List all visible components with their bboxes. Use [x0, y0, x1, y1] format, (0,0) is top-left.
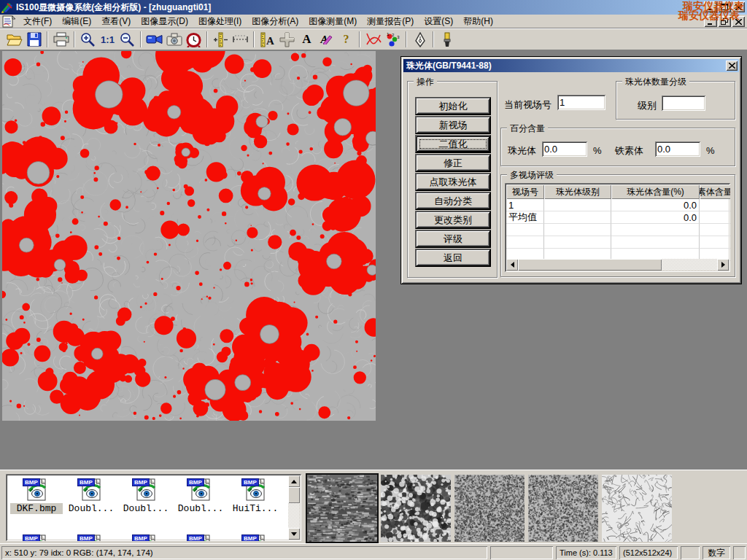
table-hscrollbar[interactable]	[506, 259, 729, 271]
bmp-file-icon: BMP	[133, 534, 158, 541]
menu-image-measure[interactable]: 图像测量(M)	[303, 14, 362, 29]
curve-tool-icon[interactable]	[363, 31, 383, 49]
file-name[interactable]: HuiTi...	[229, 503, 282, 514]
rate-button[interactable]: 评级	[415, 230, 491, 248]
actual-size-button[interactable]: 1:1	[98, 31, 117, 49]
dialog-close-icon[interactable]	[726, 61, 738, 71]
bmp-file-icon: BMP	[79, 478, 104, 502]
scroll-up-icon[interactable]	[288, 475, 300, 487]
caliper-measure-icon[interactable]	[211, 31, 231, 49]
bmp-badge: BMP	[77, 478, 95, 486]
minimize-icon[interactable]	[704, 1, 717, 12]
file-item[interactable]: BMPHuiTi...	[229, 478, 282, 514]
help-icon[interactable]: ?	[336, 31, 356, 49]
measure-text-icon[interactable]: A	[258, 31, 277, 49]
cell-field-no: 平均值	[506, 211, 544, 224]
bmp-file-icon: BMP	[243, 534, 268, 541]
thumbnail-5[interactable]	[602, 475, 672, 542]
current-field-input[interactable]	[557, 95, 605, 110]
save-icon[interactable]	[24, 31, 44, 49]
mdi-restore-icon[interactable]	[718, 16, 731, 27]
ferrite-input[interactable]	[655, 141, 700, 157]
ruler-line-icon[interactable]	[231, 31, 250, 49]
pearlite-input[interactable]	[542, 141, 587, 157]
scroll-thumb[interactable]	[518, 259, 662, 271]
file-item[interactable]: BMP	[65, 534, 117, 541]
video-camera-icon[interactable]	[144, 31, 164, 49]
menu-view[interactable]: 查看(V)	[96, 14, 136, 29]
file-item[interactable]: BMPDoubl...	[174, 478, 227, 514]
menu-image-display[interactable]: 图像显示(D)	[136, 14, 193, 29]
scroll-left-icon[interactable]	[506, 259, 518, 271]
auto-classify-button[interactable]: 自动分类	[415, 192, 491, 210]
change-class-button[interactable]: 更改类别	[415, 211, 491, 229]
status-empty-1	[490, 546, 553, 559]
menu-edit[interactable]: 编辑(E)	[57, 14, 96, 29]
zoom-in-icon[interactable]	[78, 31, 98, 49]
photo-camera-icon[interactable]	[164, 31, 184, 49]
table-row-empty	[506, 236, 729, 249]
micrograph-image[interactable]	[2, 51, 376, 421]
file-item[interactable]: BMP	[174, 534, 227, 541]
file-item[interactable]: BMPDKF.bmp	[10, 478, 63, 514]
level-input[interactable]	[662, 96, 705, 111]
menu-image-analysis[interactable]: 图像分析(A)	[247, 14, 303, 29]
brush-tool-icon[interactable]	[437, 31, 457, 49]
file-item[interactable]: BMP	[120, 534, 172, 541]
file-name[interactable]: Doubl...	[174, 503, 227, 514]
menu-image-process[interactable]: 图像处理(I)	[193, 14, 247, 29]
file-item[interactable]: BMPDoubl...	[120, 478, 172, 514]
file-name[interactable]: Doubl...	[65, 503, 117, 514]
timer-icon[interactable]	[184, 31, 204, 49]
menu-file[interactable]: 文件(F)	[18, 14, 57, 29]
file-name[interactable]: DKF.bmp	[10, 503, 63, 514]
status-empty-2	[681, 546, 700, 559]
menu-help[interactable]: 帮助(H)	[458, 14, 498, 29]
scroll-thumb[interactable]	[288, 487, 300, 503]
bmp-badge: BMP	[187, 478, 204, 486]
svg-text:A: A	[266, 35, 274, 47]
scroll-track[interactable]	[518, 259, 717, 271]
pen-tool-icon[interactable]	[410, 31, 430, 49]
file-name[interactable]: Doubl...	[120, 503, 172, 514]
correct-button[interactable]: 修正	[415, 154, 491, 172]
annotate-text-icon[interactable]: A	[317, 31, 336, 49]
scroll-right-icon[interactable]	[717, 259, 729, 271]
multifield-table[interactable]: 视场号 珠光体级别 珠光体含量(%) 铁素体含量(%) 1 0.0 平均值 0.…	[505, 183, 730, 272]
count-points-icon[interactable]: 231	[383, 31, 403, 49]
thumbnail-3[interactable]	[454, 475, 525, 542]
thumbnail-4[interactable]	[528, 475, 598, 542]
file-item[interactable]: BMP	[10, 534, 63, 541]
table-row[interactable]: 平均值 0.0	[506, 211, 729, 224]
file-item[interactable]: BMPDoubl...	[65, 478, 117, 514]
close-icon[interactable]	[732, 1, 745, 12]
menu-measure-report[interactable]: 测量报告(P)	[362, 14, 419, 29]
bmp-badge: BMP	[241, 534, 259, 541]
status-mode: 数字	[703, 546, 730, 559]
return-button[interactable]: 返回	[415, 249, 491, 267]
file-item[interactable]: BMP	[229, 534, 282, 541]
open-file-icon[interactable]	[4, 31, 24, 49]
toolbar: 1:1 A A A ? 231	[0, 28, 747, 50]
table-row[interactable]: 1 0.0	[506, 199, 729, 211]
col-pearlite-pct: 珠光体含量(%)	[611, 184, 700, 199]
file-list-vscrollbar[interactable]	[288, 475, 300, 540]
text-tool-icon[interactable]: A	[297, 31, 317, 49]
thumbnail-2[interactable]	[381, 475, 451, 542]
scroll-down-icon[interactable]	[288, 528, 300, 540]
maximize-icon[interactable]	[718, 1, 731, 12]
mdi-minimize-icon[interactable]	[704, 16, 717, 27]
thumbnail-1[interactable]	[307, 475, 377, 542]
print-icon[interactable]	[51, 31, 71, 49]
table-row-empty	[506, 224, 729, 236]
binarize-button[interactable]: 二值化	[415, 135, 491, 153]
pick-pearlite-button[interactable]: 点取珠光体	[415, 173, 491, 191]
mdi-close-icon[interactable]	[732, 16, 745, 27]
bmp-file-icon: BMP	[79, 534, 104, 541]
move-cross-icon[interactable]	[277, 31, 297, 49]
new-field-button[interactable]: 新视场	[415, 116, 491, 134]
menu-settings[interactable]: 设置(S)	[419, 14, 458, 29]
initialize-button[interactable]: 初始化	[415, 97, 491, 115]
file-list[interactable]: BMPDKF.bmpBMPDoubl...BMPDoubl...BMPDoubl…	[6, 474, 301, 541]
zoom-out-icon[interactable]	[117, 31, 137, 49]
